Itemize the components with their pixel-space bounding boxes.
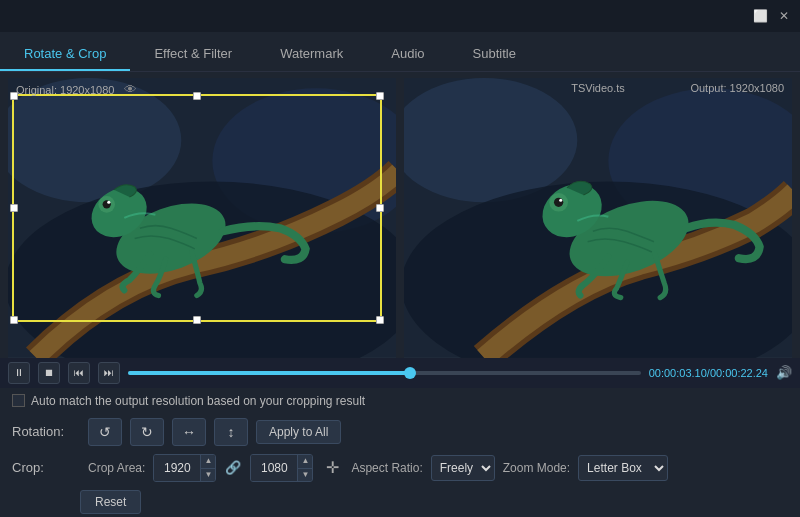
pause-button[interactable]: ⏸ [8, 362, 30, 384]
auto-match-label: Auto match the output resolution based o… [31, 394, 365, 408]
video-panels: Original: 1920x1080 👁 [0, 72, 800, 358]
tab-subtitle[interactable]: Subtitle [449, 38, 540, 71]
crop-handle-br[interactable] [376, 316, 384, 324]
crop-handle-ml[interactable] [10, 204, 18, 212]
flip-vertical-button[interactable]: ↕ [214, 418, 248, 446]
svg-point-16 [554, 198, 563, 207]
output-label: Output: 1920x1080 [690, 82, 784, 94]
rotation-row: Rotation: ↺ ↻ ↔ ↕ Apply to All [12, 418, 788, 446]
crop-handle-tr[interactable] [376, 92, 384, 100]
crop-label: Crop: [12, 460, 80, 475]
crop-handle-bl[interactable] [10, 316, 18, 324]
crop-row: Crop: Crop Area: ▲ ▼ 🔗 ▲ ▼ ✛ Aspect Rati… [12, 454, 788, 482]
title-bar: ⬜ ✕ [0, 0, 800, 32]
crop-handle-bm[interactable] [193, 316, 201, 324]
auto-match-checkbox[interactable] [12, 394, 25, 407]
progress-thumb [404, 367, 416, 379]
reset-button[interactable]: Reset [80, 490, 141, 514]
progress-fill [128, 371, 410, 375]
crop-height-input[interactable] [251, 455, 297, 481]
flip-horizontal-button[interactable]: ↔ [172, 418, 206, 446]
crop-area-label: Crop Area: [88, 461, 145, 475]
auto-match-row: Auto match the output resolution based o… [12, 394, 788, 408]
progress-bar[interactable] [128, 371, 641, 375]
crop-overlay[interactable] [12, 94, 382, 322]
crop-width-input-group: ▲ ▼ [153, 454, 216, 482]
prev-button[interactable]: ⏮ [68, 362, 90, 384]
main-content: Original: 1920x1080 👁 [0, 72, 800, 517]
right-video-panel: TSVideo.ts Output: 1920x1080 [404, 78, 792, 358]
width-down-button[interactable]: ▼ [201, 468, 215, 481]
original-label: Original: 1920x1080 👁 [16, 82, 137, 97]
crop-handle-tm[interactable] [193, 92, 201, 100]
crop-height-input-group: ▲ ▼ [250, 454, 313, 482]
close-button[interactable]: ✕ [776, 8, 792, 24]
filename-label: TSVideo.ts [571, 82, 625, 94]
svg-point-17 [559, 199, 562, 202]
height-up-button[interactable]: ▲ [298, 455, 312, 468]
height-down-button[interactable]: ▼ [298, 468, 312, 481]
left-video-panel: Original: 1920x1080 👁 [8, 78, 396, 358]
width-up-button[interactable]: ▲ [201, 455, 215, 468]
stop-button[interactable]: ⏹ [38, 362, 60, 384]
width-spinners: ▲ ▼ [200, 455, 215, 481]
eye-icon[interactable]: 👁 [124, 82, 137, 97]
maximize-button[interactable]: ⬜ [752, 8, 768, 24]
height-spinners: ▲ ▼ [297, 455, 312, 481]
controls-area: Auto match the output resolution based o… [0, 388, 800, 517]
tab-bar: Rotate & Crop Effect & Filter Watermark … [0, 32, 800, 72]
playback-bar: ⏸ ⏹ ⏮ ⏭ 00:00:03.10/00:00:22.24 🔊 [0, 358, 800, 388]
link-icon[interactable]: 🔗 [224, 459, 242, 477]
rotate-left-button[interactable]: ↺ [88, 418, 122, 446]
tab-watermark[interactable]: Watermark [256, 38, 367, 71]
zoom-mode-select[interactable]: Letter Box Pan & Scan Full [578, 455, 668, 481]
left-video-preview [8, 78, 396, 358]
time-display: 00:00:03.10/00:00:22.24 [649, 367, 768, 379]
right-video-preview [404, 78, 792, 358]
crop-width-input[interactable] [154, 455, 200, 481]
tab-rotate-crop[interactable]: Rotate & Crop [0, 38, 130, 71]
apply-to-all-button[interactable]: Apply to All [256, 420, 341, 444]
rotation-label: Rotation: [12, 424, 80, 439]
zoom-mode-label: Zoom Mode: [503, 461, 570, 475]
tab-audio[interactable]: Audio [367, 38, 448, 71]
move-icon[interactable]: ✛ [321, 457, 343, 479]
reset-row: Reset [80, 490, 788, 514]
volume-icon[interactable]: 🔊 [776, 365, 792, 380]
aspect-ratio-label: Aspect Ratio: [351, 461, 422, 475]
next-button[interactable]: ⏭ [98, 362, 120, 384]
tab-effect-filter[interactable]: Effect & Filter [130, 38, 256, 71]
aspect-ratio-select[interactable]: Freely 16:9 4:3 1:1 9:16 [431, 455, 495, 481]
rotate-right-button[interactable]: ↻ [130, 418, 164, 446]
crop-handle-mr[interactable] [376, 204, 384, 212]
right-video-svg [404, 78, 792, 358]
